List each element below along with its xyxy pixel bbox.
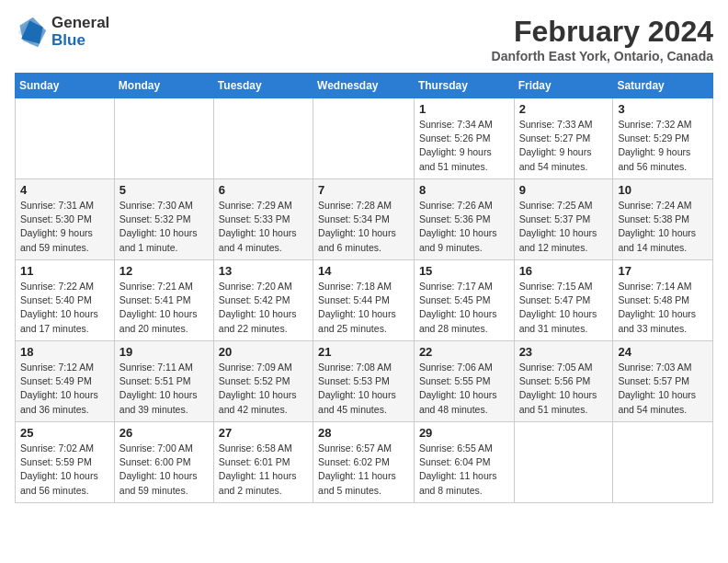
- day-info: Sunrise: 7:09 AM Sunset: 5:52 PM Dayligh…: [219, 361, 308, 417]
- day-info: Sunrise: 7:20 AM Sunset: 5:42 PM Dayligh…: [219, 280, 308, 336]
- calendar-cell: [514, 422, 613, 503]
- month-title: February 2024: [492, 15, 713, 49]
- calendar-cell: 12Sunrise: 7:21 AM Sunset: 5:41 PM Dayli…: [114, 260, 213, 341]
- day-info: Sunrise: 6:55 AM Sunset: 6:04 PM Dayligh…: [419, 442, 509, 498]
- day-info: Sunrise: 7:11 AM Sunset: 5:51 PM Dayligh…: [119, 361, 209, 417]
- day-number: 22: [419, 345, 509, 359]
- day-info: Sunrise: 7:02 AM Sunset: 5:59 PM Dayligh…: [20, 442, 109, 498]
- day-info: Sunrise: 7:05 AM Sunset: 5:56 PM Dayligh…: [519, 361, 609, 417]
- calendar-cell: 3Sunrise: 7:32 AM Sunset: 5:29 PM Daylig…: [613, 98, 713, 179]
- day-info: Sunrise: 7:14 AM Sunset: 5:48 PM Dayligh…: [618, 280, 708, 336]
- calendar-cell: 27Sunrise: 6:58 AM Sunset: 6:01 PM Dayli…: [213, 422, 313, 503]
- day-info: Sunrise: 7:18 AM Sunset: 5:44 PM Dayligh…: [318, 280, 409, 336]
- weekday-header-friday: Friday: [514, 74, 613, 98]
- calendar-cell: 18Sunrise: 7:12 AM Sunset: 5:49 PM Dayli…: [16, 341, 115, 422]
- calendar-week-row: 25Sunrise: 7:02 AM Sunset: 5:59 PM Dayli…: [16, 422, 713, 503]
- day-number: 27: [219, 426, 308, 440]
- day-number: 23: [519, 345, 609, 359]
- day-info: Sunrise: 7:31 AM Sunset: 5:30 PM Dayligh…: [20, 199, 109, 255]
- calendar-cell: 25Sunrise: 7:02 AM Sunset: 5:59 PM Dayli…: [16, 422, 115, 503]
- day-info: Sunrise: 7:03 AM Sunset: 5:57 PM Dayligh…: [618, 361, 708, 417]
- day-number: 29: [419, 426, 509, 440]
- day-number: 19: [119, 345, 209, 359]
- calendar-week-row: 4Sunrise: 7:31 AM Sunset: 5:30 PM Daylig…: [16, 179, 713, 260]
- day-number: 15: [419, 264, 509, 278]
- calendar-cell: 21Sunrise: 7:08 AM Sunset: 5:53 PM Dayli…: [313, 341, 415, 422]
- day-number: 14: [318, 264, 409, 278]
- day-number: 20: [219, 345, 308, 359]
- day-number: 16: [519, 264, 609, 278]
- day-info: Sunrise: 7:33 AM Sunset: 5:27 PM Dayligh…: [519, 118, 609, 174]
- calendar-week-row: 1Sunrise: 7:34 AM Sunset: 5:26 PM Daylig…: [16, 98, 713, 179]
- calendar-cell: 13Sunrise: 7:20 AM Sunset: 5:42 PM Dayli…: [213, 260, 313, 341]
- day-info: Sunrise: 7:25 AM Sunset: 5:37 PM Dayligh…: [519, 199, 609, 255]
- day-number: 4: [20, 183, 109, 197]
- day-info: Sunrise: 7:26 AM Sunset: 5:36 PM Dayligh…: [419, 199, 509, 255]
- calendar-cell: 14Sunrise: 7:18 AM Sunset: 5:44 PM Dayli…: [313, 260, 415, 341]
- day-info: Sunrise: 7:30 AM Sunset: 5:32 PM Dayligh…: [119, 199, 209, 255]
- calendar-cell: 24Sunrise: 7:03 AM Sunset: 5:57 PM Dayli…: [613, 341, 713, 422]
- calendar-cell: 2Sunrise: 7:33 AM Sunset: 5:27 PM Daylig…: [514, 98, 613, 179]
- weekday-header-monday: Monday: [114, 74, 213, 98]
- weekday-header-saturday: Saturday: [613, 74, 713, 98]
- day-number: 6: [219, 183, 308, 197]
- day-number: 3: [618, 102, 708, 116]
- calendar-cell: 19Sunrise: 7:11 AM Sunset: 5:51 PM Dayli…: [114, 341, 213, 422]
- day-info: Sunrise: 7:28 AM Sunset: 5:34 PM Dayligh…: [318, 199, 409, 255]
- day-info: Sunrise: 6:58 AM Sunset: 6:01 PM Dayligh…: [219, 442, 308, 498]
- day-number: 13: [219, 264, 308, 278]
- calendar-cell: 1Sunrise: 7:34 AM Sunset: 5:26 PM Daylig…: [414, 98, 514, 179]
- title-area: February 2024 Danforth East York, Ontari…: [492, 15, 713, 63]
- day-info: Sunrise: 7:00 AM Sunset: 6:00 PM Dayligh…: [119, 442, 209, 498]
- day-info: Sunrise: 7:17 AM Sunset: 5:45 PM Dayligh…: [419, 280, 509, 336]
- calendar-cell: 10Sunrise: 7:24 AM Sunset: 5:38 PM Dayli…: [613, 179, 713, 260]
- weekday-header-thursday: Thursday: [414, 74, 514, 98]
- calendar-cell: [16, 98, 115, 179]
- calendar-cell: 7Sunrise: 7:28 AM Sunset: 5:34 PM Daylig…: [313, 179, 415, 260]
- day-info: Sunrise: 7:32 AM Sunset: 5:29 PM Dayligh…: [618, 118, 708, 174]
- day-info: Sunrise: 7:24 AM Sunset: 5:38 PM Dayligh…: [618, 199, 708, 255]
- day-info: Sunrise: 7:22 AM Sunset: 5:40 PM Dayligh…: [20, 280, 109, 336]
- calendar-cell: 17Sunrise: 7:14 AM Sunset: 5:48 PM Dayli…: [613, 260, 713, 341]
- day-number: 7: [318, 183, 409, 197]
- day-info: Sunrise: 7:06 AM Sunset: 5:55 PM Dayligh…: [419, 361, 509, 417]
- calendar-cell: 16Sunrise: 7:15 AM Sunset: 5:47 PM Dayli…: [514, 260, 613, 341]
- day-info: Sunrise: 6:57 AM Sunset: 6:02 PM Dayligh…: [318, 442, 409, 498]
- day-number: 18: [20, 345, 109, 359]
- calendar-cell: [213, 98, 313, 179]
- weekday-header-tuesday: Tuesday: [213, 74, 313, 98]
- day-number: 2: [519, 102, 609, 116]
- day-number: 17: [618, 264, 708, 278]
- calendar-table: SundayMondayTuesdayWednesdayThursdayFrid…: [15, 73, 713, 503]
- day-number: 26: [119, 426, 209, 440]
- day-number: 25: [20, 426, 109, 440]
- calendar-cell: [313, 98, 415, 179]
- day-number: 12: [119, 264, 209, 278]
- logo-icon: [15, 16, 48, 49]
- calendar-cell: [613, 422, 713, 503]
- day-number: 28: [318, 426, 409, 440]
- day-info: Sunrise: 7:08 AM Sunset: 5:53 PM Dayligh…: [318, 361, 409, 417]
- logo-text: General Blue: [51, 15, 109, 49]
- calendar-week-row: 11Sunrise: 7:22 AM Sunset: 5:40 PM Dayli…: [16, 260, 713, 341]
- calendar-week-row: 18Sunrise: 7:12 AM Sunset: 5:49 PM Dayli…: [16, 341, 713, 422]
- weekday-header-sunday: Sunday: [16, 74, 115, 98]
- day-info: Sunrise: 7:29 AM Sunset: 5:33 PM Dayligh…: [219, 199, 308, 255]
- location: Danforth East York, Ontario, Canada: [492, 49, 713, 63]
- day-info: Sunrise: 7:34 AM Sunset: 5:26 PM Dayligh…: [419, 118, 509, 174]
- calendar-cell: 20Sunrise: 7:09 AM Sunset: 5:52 PM Dayli…: [213, 341, 313, 422]
- calendar-cell: 4Sunrise: 7:31 AM Sunset: 5:30 PM Daylig…: [16, 179, 115, 260]
- day-number: 10: [618, 183, 708, 197]
- day-info: Sunrise: 7:15 AM Sunset: 5:47 PM Dayligh…: [519, 280, 609, 336]
- logo: General Blue: [15, 15, 109, 49]
- day-number: 8: [419, 183, 509, 197]
- calendar-cell: 28Sunrise: 6:57 AM Sunset: 6:02 PM Dayli…: [313, 422, 415, 503]
- weekday-header-wednesday: Wednesday: [313, 74, 415, 98]
- weekday-header-row: SundayMondayTuesdayWednesdayThursdayFrid…: [16, 74, 713, 98]
- calendar-cell: [114, 98, 213, 179]
- day-number: 24: [618, 345, 708, 359]
- day-info: Sunrise: 7:12 AM Sunset: 5:49 PM Dayligh…: [20, 361, 109, 417]
- calendar-cell: 26Sunrise: 7:00 AM Sunset: 6:00 PM Dayli…: [114, 422, 213, 503]
- calendar-cell: 8Sunrise: 7:26 AM Sunset: 5:36 PM Daylig…: [414, 179, 514, 260]
- calendar-cell: 29Sunrise: 6:55 AM Sunset: 6:04 PM Dayli…: [414, 422, 514, 503]
